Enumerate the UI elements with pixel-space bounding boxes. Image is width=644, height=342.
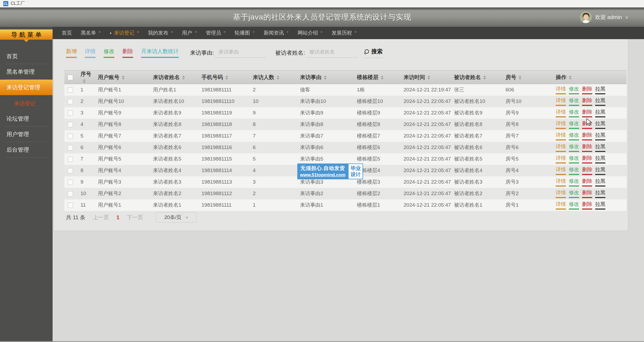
sort-icon[interactable] <box>182 76 185 80</box>
row-action-2[interactable]: 删除 <box>582 155 592 163</box>
row-action-3[interactable]: 拉黑 <box>595 97 605 106</box>
row-action-3[interactable]: 拉黑 <box>595 143 605 152</box>
row-action-3[interactable]: 拉黑 <box>595 189 605 198</box>
tab-5[interactable]: 管理员× <box>206 29 226 36</box>
row-checkbox[interactable] <box>68 99 73 104</box>
sort-icon[interactable] <box>122 76 125 80</box>
toolbar-button-3[interactable]: 删除 <box>122 48 133 58</box>
sort-icon[interactable] <box>225 76 228 80</box>
sidebar-item-4[interactable]: 论坛管理 <box>0 111 53 127</box>
sidebar-item-0[interactable]: 首页 <box>0 49 53 64</box>
column-header-6[interactable]: 楼栋楼层 <box>354 70 400 84</box>
sort-icon[interactable] <box>569 76 572 80</box>
row-checkbox[interactable] <box>68 145 73 150</box>
row-action-1[interactable]: 修改 <box>569 189 579 198</box>
column-header-2[interactable]: 来访者姓名 <box>150 70 198 84</box>
row-checkbox[interactable] <box>68 191 73 196</box>
row-action-3[interactable]: 拉黑 <box>595 201 605 210</box>
tab-0[interactable]: 首页 <box>62 29 72 36</box>
sort-icon[interactable] <box>83 79 86 83</box>
tab-6[interactable]: 轮播图× <box>235 29 255 36</box>
next-page-button[interactable]: 下一页 <box>127 214 143 221</box>
row-checkbox[interactable] <box>68 168 73 173</box>
sidebar-item-2[interactable]: 来访登记管理 <box>0 80 53 95</box>
sort-icon[interactable] <box>519 76 521 80</box>
user-menu[interactable]: 欢迎 admin ∨ <box>580 11 628 23</box>
toolbar-button-2[interactable]: 修改 <box>104 48 114 58</box>
row-action-2[interactable]: 删除 <box>582 132 592 140</box>
row-action-0[interactable]: 详情 <box>556 97 566 106</box>
column-header-9[interactable]: 房号 <box>502 70 552 84</box>
page-size-select[interactable]: 20条/页 ∨ <box>156 212 197 222</box>
chevron-down-icon[interactable]: ∨ <box>625 14 628 20</box>
row-action-3[interactable]: 拉黑 <box>595 166 605 175</box>
tab-7[interactable]: 新闻资讯× <box>264 29 289 36</box>
row-checkbox[interactable] <box>68 157 73 162</box>
column-header-4[interactable]: 来访人数 <box>250 70 297 84</box>
row-action-2[interactable]: 删除 <box>582 97 592 106</box>
tab-close-icon[interactable]: × <box>171 29 173 34</box>
row-action-2[interactable]: 删除 <box>582 178 592 187</box>
sort-icon[interactable] <box>277 76 279 80</box>
row-checkbox[interactable] <box>68 133 73 139</box>
row-action-2[interactable]: 删除 <box>582 166 592 175</box>
row-action-0[interactable]: 详情 <box>556 166 566 175</box>
tab-close-icon[interactable]: × <box>354 29 357 34</box>
tab-2[interactable]: ●来访登记× <box>110 29 139 36</box>
row-action-1[interactable]: 修改 <box>569 201 579 210</box>
row-checkbox[interactable] <box>68 110 73 116</box>
row-action-3[interactable]: 拉黑 <box>595 120 605 129</box>
row-action-2[interactable]: 删除 <box>582 201 592 210</box>
row-action-3[interactable]: 拉黑 <box>595 178 605 187</box>
sort-icon[interactable] <box>381 76 383 80</box>
row-action-0[interactable]: 详情 <box>556 143 566 152</box>
sort-icon[interactable] <box>324 76 327 80</box>
tab-8[interactable]: 网站介绍× <box>298 29 323 36</box>
row-action-1[interactable]: 修改 <box>569 86 579 94</box>
row-action-0[interactable]: 详情 <box>556 189 566 198</box>
column-header-5[interactable]: 来访事由 <box>297 70 354 84</box>
column-header-7[interactable]: 来访时间 <box>400 70 451 84</box>
row-checkbox[interactable] <box>68 203 73 208</box>
tab-3[interactable]: 我的发布× <box>148 29 173 36</box>
row-action-1[interactable]: 修改 <box>569 97 579 106</box>
tab-close-icon[interactable]: × <box>137 29 139 34</box>
sidebar-subitem-3[interactable]: 来访登记 <box>0 95 53 111</box>
sidebar-item-5[interactable]: 用户管理 <box>0 127 53 142</box>
column-header-0[interactable]: 序号 <box>77 70 95 84</box>
tab-close-icon[interactable]: × <box>98 29 101 34</box>
row-action-0[interactable]: 详情 <box>556 178 566 187</box>
prev-page-button[interactable]: 上一页 <box>93 214 109 221</box>
row-action-1[interactable]: 修改 <box>569 132 579 140</box>
column-header-10[interactable]: 操作 <box>552 70 627 84</box>
row-checkbox[interactable] <box>68 180 73 185</box>
search-button[interactable]: 搜索 <box>365 48 383 58</box>
row-action-2[interactable]: 删除 <box>582 109 592 117</box>
row-action-1[interactable]: 修改 <box>569 166 579 175</box>
row-action-3[interactable]: 拉黑 <box>595 86 605 94</box>
toolbar-button-1[interactable]: 详情 <box>85 48 96 58</box>
row-action-2[interactable]: 删除 <box>582 189 592 198</box>
row-action-2[interactable]: 删除 <box>582 143 592 152</box>
sort-icon[interactable] <box>427 76 430 80</box>
row-action-3[interactable]: 拉黑 <box>595 109 605 117</box>
visitee-search-input[interactable] <box>306 48 357 58</box>
tab-close-icon[interactable]: × <box>195 29 197 34</box>
sidebar-item-6[interactable]: 后台管理 <box>0 142 53 158</box>
column-header-1[interactable]: 用户账号 <box>95 70 150 84</box>
row-action-0[interactable]: 详情 <box>556 155 566 163</box>
column-header-8[interactable]: 被访者姓名 <box>451 70 502 84</box>
tab-close-icon[interactable]: × <box>224 29 226 34</box>
toolbar-button-0[interactable]: 新增 <box>66 48 77 58</box>
row-action-1[interactable]: 修改 <box>569 143 579 152</box>
sidebar-item-1[interactable]: 黑名单管理 <box>0 64 53 80</box>
row-action-0[interactable]: 详情 <box>556 201 566 210</box>
select-all-checkbox[interactable] <box>68 75 73 80</box>
row-action-1[interactable]: 修改 <box>569 120 579 129</box>
current-page[interactable]: 1 <box>116 214 119 221</box>
row-checkbox[interactable] <box>68 87 73 93</box>
row-action-0[interactable]: 详情 <box>556 120 566 129</box>
column-header-3[interactable]: 手机号码 <box>198 70 250 84</box>
row-action-0[interactable]: 详情 <box>556 109 566 117</box>
row-action-3[interactable]: 拉黑 <box>595 155 605 163</box>
